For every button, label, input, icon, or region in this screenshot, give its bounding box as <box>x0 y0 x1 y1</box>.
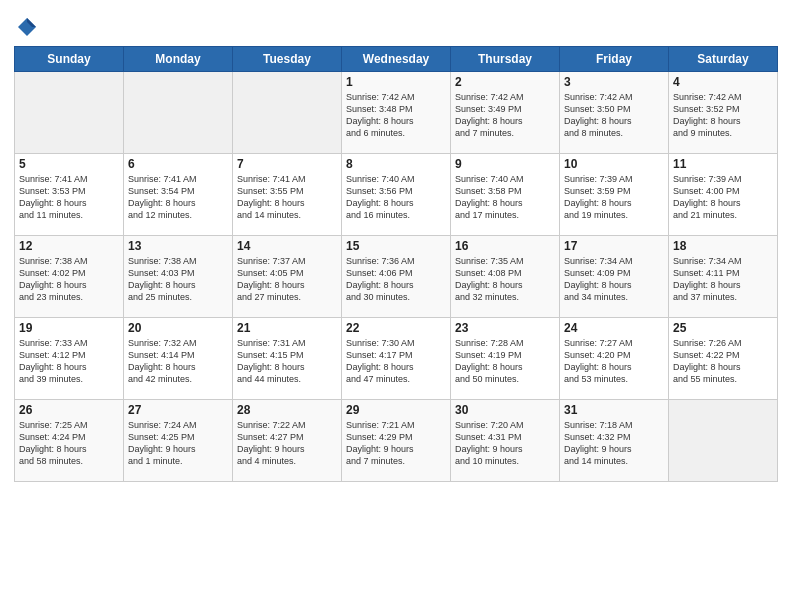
weekday-wednesday: Wednesday <box>342 46 451 71</box>
cell-info: Sunrise: 7:26 AM Sunset: 4:22 PM Dayligh… <box>673 337 773 386</box>
cell-info: Sunrise: 7:22 AM Sunset: 4:27 PM Dayligh… <box>237 419 337 468</box>
cell-info: Sunrise: 7:41 AM Sunset: 3:55 PM Dayligh… <box>237 173 337 222</box>
cell-info: Sunrise: 7:42 AM Sunset: 3:48 PM Dayligh… <box>346 91 446 140</box>
calendar-cell <box>124 71 233 153</box>
cell-info: Sunrise: 7:42 AM Sunset: 3:50 PM Dayligh… <box>564 91 664 140</box>
day-number: 7 <box>237 157 337 171</box>
calendar-cell: 29Sunrise: 7:21 AM Sunset: 4:29 PM Dayli… <box>342 399 451 481</box>
cell-info: Sunrise: 7:42 AM Sunset: 3:49 PM Dayligh… <box>455 91 555 140</box>
calendar-cell: 22Sunrise: 7:30 AM Sunset: 4:17 PM Dayli… <box>342 317 451 399</box>
cell-info: Sunrise: 7:39 AM Sunset: 4:00 PM Dayligh… <box>673 173 773 222</box>
calendar-cell: 2Sunrise: 7:42 AM Sunset: 3:49 PM Daylig… <box>451 71 560 153</box>
cell-info: Sunrise: 7:25 AM Sunset: 4:24 PM Dayligh… <box>19 419 119 468</box>
calendar-cell: 12Sunrise: 7:38 AM Sunset: 4:02 PM Dayli… <box>15 235 124 317</box>
calendar-cell: 28Sunrise: 7:22 AM Sunset: 4:27 PM Dayli… <box>233 399 342 481</box>
week-row-4: 19Sunrise: 7:33 AM Sunset: 4:12 PM Dayli… <box>15 317 778 399</box>
cell-info: Sunrise: 7:40 AM Sunset: 3:56 PM Dayligh… <box>346 173 446 222</box>
day-number: 3 <box>564 75 664 89</box>
day-number: 17 <box>564 239 664 253</box>
calendar-cell: 4Sunrise: 7:42 AM Sunset: 3:52 PM Daylig… <box>669 71 778 153</box>
day-number: 21 <box>237 321 337 335</box>
day-number: 24 <box>564 321 664 335</box>
weekday-sunday: Sunday <box>15 46 124 71</box>
day-number: 5 <box>19 157 119 171</box>
week-row-1: 1Sunrise: 7:42 AM Sunset: 3:48 PM Daylig… <box>15 71 778 153</box>
cell-info: Sunrise: 7:31 AM Sunset: 4:15 PM Dayligh… <box>237 337 337 386</box>
calendar-cell: 10Sunrise: 7:39 AM Sunset: 3:59 PM Dayli… <box>560 153 669 235</box>
day-number: 25 <box>673 321 773 335</box>
calendar-cell: 31Sunrise: 7:18 AM Sunset: 4:32 PM Dayli… <box>560 399 669 481</box>
calendar-cell: 21Sunrise: 7:31 AM Sunset: 4:15 PM Dayli… <box>233 317 342 399</box>
cell-info: Sunrise: 7:32 AM Sunset: 4:14 PM Dayligh… <box>128 337 228 386</box>
cell-info: Sunrise: 7:28 AM Sunset: 4:19 PM Dayligh… <box>455 337 555 386</box>
cell-info: Sunrise: 7:39 AM Sunset: 3:59 PM Dayligh… <box>564 173 664 222</box>
weekday-monday: Monday <box>124 46 233 71</box>
calendar-cell: 23Sunrise: 7:28 AM Sunset: 4:19 PM Dayli… <box>451 317 560 399</box>
page: SundayMondayTuesdayWednesdayThursdayFrid… <box>0 0 792 612</box>
calendar-cell: 7Sunrise: 7:41 AM Sunset: 3:55 PM Daylig… <box>233 153 342 235</box>
calendar-cell: 15Sunrise: 7:36 AM Sunset: 4:06 PM Dayli… <box>342 235 451 317</box>
header <box>14 14 778 38</box>
cell-info: Sunrise: 7:27 AM Sunset: 4:20 PM Dayligh… <box>564 337 664 386</box>
calendar-cell: 14Sunrise: 7:37 AM Sunset: 4:05 PM Dayli… <box>233 235 342 317</box>
calendar-cell: 19Sunrise: 7:33 AM Sunset: 4:12 PM Dayli… <box>15 317 124 399</box>
calendar-cell: 9Sunrise: 7:40 AM Sunset: 3:58 PM Daylig… <box>451 153 560 235</box>
cell-info: Sunrise: 7:34 AM Sunset: 4:09 PM Dayligh… <box>564 255 664 304</box>
day-number: 18 <box>673 239 773 253</box>
day-number: 12 <box>19 239 119 253</box>
day-number: 15 <box>346 239 446 253</box>
week-row-5: 26Sunrise: 7:25 AM Sunset: 4:24 PM Dayli… <box>15 399 778 481</box>
calendar-cell: 11Sunrise: 7:39 AM Sunset: 4:00 PM Dayli… <box>669 153 778 235</box>
cell-info: Sunrise: 7:18 AM Sunset: 4:32 PM Dayligh… <box>564 419 664 468</box>
cell-info: Sunrise: 7:20 AM Sunset: 4:31 PM Dayligh… <box>455 419 555 468</box>
calendar-cell: 18Sunrise: 7:34 AM Sunset: 4:11 PM Dayli… <box>669 235 778 317</box>
day-number: 6 <box>128 157 228 171</box>
day-number: 11 <box>673 157 773 171</box>
calendar-cell: 25Sunrise: 7:26 AM Sunset: 4:22 PM Dayli… <box>669 317 778 399</box>
day-number: 19 <box>19 321 119 335</box>
day-number: 4 <box>673 75 773 89</box>
cell-info: Sunrise: 7:41 AM Sunset: 3:53 PM Dayligh… <box>19 173 119 222</box>
calendar-cell: 24Sunrise: 7:27 AM Sunset: 4:20 PM Dayli… <box>560 317 669 399</box>
cell-info: Sunrise: 7:35 AM Sunset: 4:08 PM Dayligh… <box>455 255 555 304</box>
cell-info: Sunrise: 7:24 AM Sunset: 4:25 PM Dayligh… <box>128 419 228 468</box>
cell-info: Sunrise: 7:38 AM Sunset: 4:03 PM Dayligh… <box>128 255 228 304</box>
calendar-cell: 6Sunrise: 7:41 AM Sunset: 3:54 PM Daylig… <box>124 153 233 235</box>
day-number: 13 <box>128 239 228 253</box>
cell-info: Sunrise: 7:41 AM Sunset: 3:54 PM Dayligh… <box>128 173 228 222</box>
calendar-cell: 20Sunrise: 7:32 AM Sunset: 4:14 PM Dayli… <box>124 317 233 399</box>
day-number: 28 <box>237 403 337 417</box>
calendar-cell: 8Sunrise: 7:40 AM Sunset: 3:56 PM Daylig… <box>342 153 451 235</box>
week-row-3: 12Sunrise: 7:38 AM Sunset: 4:02 PM Dayli… <box>15 235 778 317</box>
cell-info: Sunrise: 7:30 AM Sunset: 4:17 PM Dayligh… <box>346 337 446 386</box>
calendar-cell <box>233 71 342 153</box>
day-number: 23 <box>455 321 555 335</box>
day-number: 9 <box>455 157 555 171</box>
day-number: 1 <box>346 75 446 89</box>
logo <box>14 14 38 38</box>
day-number: 31 <box>564 403 664 417</box>
cell-info: Sunrise: 7:36 AM Sunset: 4:06 PM Dayligh… <box>346 255 446 304</box>
cell-info: Sunrise: 7:37 AM Sunset: 4:05 PM Dayligh… <box>237 255 337 304</box>
calendar-cell: 16Sunrise: 7:35 AM Sunset: 4:08 PM Dayli… <box>451 235 560 317</box>
cell-info: Sunrise: 7:33 AM Sunset: 4:12 PM Dayligh… <box>19 337 119 386</box>
day-number: 10 <box>564 157 664 171</box>
day-number: 2 <box>455 75 555 89</box>
cell-info: Sunrise: 7:40 AM Sunset: 3:58 PM Dayligh… <box>455 173 555 222</box>
cell-info: Sunrise: 7:42 AM Sunset: 3:52 PM Dayligh… <box>673 91 773 140</box>
day-number: 26 <box>19 403 119 417</box>
day-number: 29 <box>346 403 446 417</box>
cell-info: Sunrise: 7:34 AM Sunset: 4:11 PM Dayligh… <box>673 255 773 304</box>
logo-general <box>14 14 38 38</box>
calendar-cell: 5Sunrise: 7:41 AM Sunset: 3:53 PM Daylig… <box>15 153 124 235</box>
cell-info: Sunrise: 7:38 AM Sunset: 4:02 PM Dayligh… <box>19 255 119 304</box>
weekday-friday: Friday <box>560 46 669 71</box>
weekday-thursday: Thursday <box>451 46 560 71</box>
weekday-saturday: Saturday <box>669 46 778 71</box>
day-number: 27 <box>128 403 228 417</box>
day-number: 22 <box>346 321 446 335</box>
weekday-tuesday: Tuesday <box>233 46 342 71</box>
cell-info: Sunrise: 7:21 AM Sunset: 4:29 PM Dayligh… <box>346 419 446 468</box>
calendar-cell: 13Sunrise: 7:38 AM Sunset: 4:03 PM Dayli… <box>124 235 233 317</box>
week-row-2: 5Sunrise: 7:41 AM Sunset: 3:53 PM Daylig… <box>15 153 778 235</box>
